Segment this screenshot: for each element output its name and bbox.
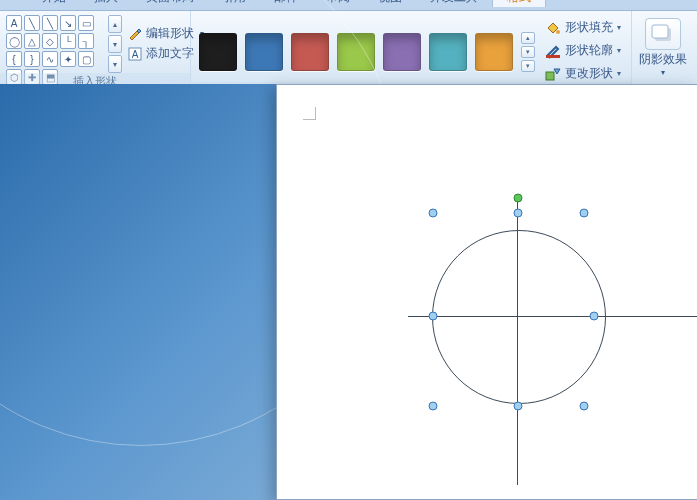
shape-outline-label: 形状轮廓 (565, 42, 613, 59)
tab-view[interactable]: 视图 (364, 0, 416, 7)
pen-outline-icon (545, 43, 561, 59)
shape-hline[interactable] (408, 316, 697, 317)
handle-e[interactable] (590, 312, 599, 321)
change-shape-label: 更改形状 (565, 65, 613, 82)
handle-ne[interactable] (580, 209, 589, 218)
shadow-label: 阴影效果 (639, 51, 687, 68)
change-shape-icon (545, 66, 561, 82)
workspace (0, 84, 697, 500)
style-purple[interactable] (383, 33, 421, 71)
style-more-button[interactable]: ▾ (521, 60, 535, 72)
style-orange[interactable] (475, 33, 513, 71)
shape-outline-button[interactable]: 形状轮廓 ▾ (545, 42, 621, 59)
handle-n[interactable] (514, 209, 523, 218)
paint-bucket-icon (545, 20, 561, 36)
document-page[interactable] (276, 84, 697, 500)
style-up-button[interactable]: ▴ (521, 32, 535, 44)
chevron-down-icon: ▾ (617, 69, 621, 78)
change-shape-button[interactable]: 更改形状 ▾ (545, 65, 621, 82)
chevron-down-icon: ▾ (661, 68, 665, 77)
tab-developer[interactable]: 开发工具 (416, 0, 492, 7)
style-teal[interactable] (429, 33, 467, 71)
svg-point-2 (556, 30, 560, 34)
drawing-canvas[interactable] (277, 85, 697, 499)
handle-se[interactable] (580, 402, 589, 411)
chevron-down-icon: ▾ (617, 46, 621, 55)
svg-rect-4 (546, 72, 554, 80)
handle-sw[interactable] (429, 402, 438, 411)
tab-format[interactable]: 格式 (492, 0, 546, 7)
group-shadow: 阴影效果 ▾ 阴影效果 (632, 11, 697, 84)
shape-fill-label: 形状填充 (565, 19, 613, 36)
shape-fill-button[interactable]: 形状填充 ▾ (545, 19, 621, 36)
style-down-button[interactable]: ▾ (521, 46, 535, 58)
svg-rect-6 (652, 25, 668, 38)
handle-nw[interactable] (429, 209, 438, 218)
shape-vline-selected[interactable] (517, 194, 518, 485)
shadow-icon (645, 18, 681, 50)
style-gallery-spinner: ▴ ▾ ▾ (521, 32, 535, 72)
handle-s[interactable] (514, 402, 523, 411)
shadow-effects-button[interactable]: 阴影效果 ▾ (638, 15, 688, 77)
chevron-down-icon: ▾ (617, 23, 621, 32)
rotation-handle[interactable] (514, 194, 523, 203)
handle-w[interactable] (429, 312, 438, 321)
svg-rect-3 (546, 55, 560, 58)
nudge-left-button[interactable] (692, 43, 697, 63)
